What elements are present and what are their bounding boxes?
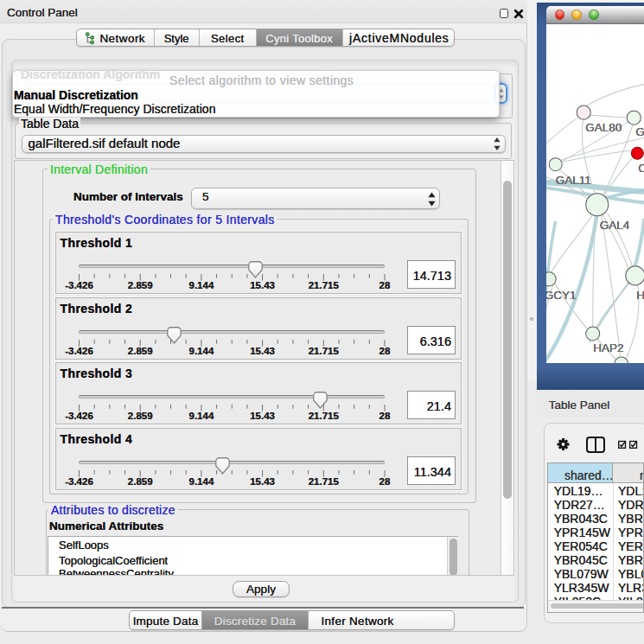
svg-text:HIS: HIS [636,288,644,301]
svg-text:C: C [638,162,644,175]
svg-text:GAL11: GAL11 [555,173,590,186]
svg-text:G.: G. [635,124,644,137]
svg-text:GCY1: GCY1 [546,288,576,301]
svg-text:HAP2: HAP2 [593,341,623,354]
svg-text:GAL4: GAL4 [599,219,629,232]
svg-text:GAL80: GAL80 [585,121,622,134]
